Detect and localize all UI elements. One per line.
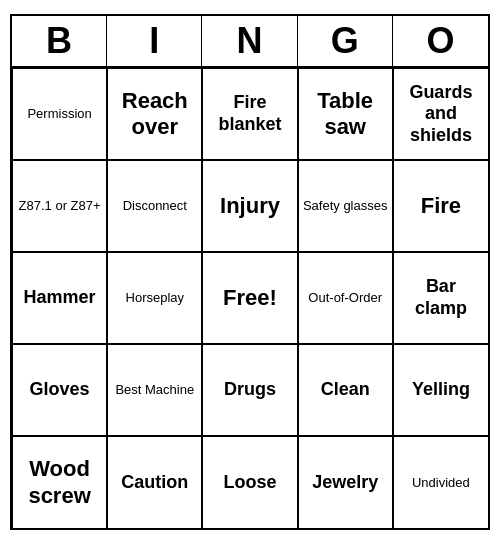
header-letter: B xyxy=(12,16,107,66)
cell-text: Guards and shields xyxy=(398,82,484,147)
bingo-cell: Out-of-Order xyxy=(298,252,393,344)
bingo-cell: Drugs xyxy=(202,344,297,436)
cell-text: Best Machine xyxy=(115,382,194,398)
cell-text: Fire xyxy=(421,193,461,219)
cell-text: Out-of-Order xyxy=(308,290,382,306)
cell-text: Horseplay xyxy=(126,290,185,306)
cell-text: Safety glasses xyxy=(303,198,388,214)
bingo-grid: PermissionReach overFire blanketTable sa… xyxy=(12,68,488,528)
bingo-cell: Fire xyxy=(393,160,488,252)
cell-text: Reach over xyxy=(112,88,197,141)
bingo-cell: Loose xyxy=(202,436,297,528)
cell-text: Table saw xyxy=(303,88,388,141)
cell-text: Free! xyxy=(223,285,277,311)
bingo-header: BINGO xyxy=(12,16,488,68)
cell-text: Fire blanket xyxy=(207,92,292,135)
cell-text: Hammer xyxy=(24,287,96,309)
cell-text: Drugs xyxy=(224,379,276,401)
bingo-cell: Yelling xyxy=(393,344,488,436)
header-letter: O xyxy=(393,16,488,66)
cell-text: Disconnect xyxy=(123,198,187,214)
header-letter: N xyxy=(202,16,297,66)
bingo-cell: Safety glasses xyxy=(298,160,393,252)
cell-text: Gloves xyxy=(30,379,90,401)
bingo-cell: Reach over xyxy=(107,68,202,160)
cell-text: Caution xyxy=(121,472,188,494)
bingo-cell: Gloves xyxy=(12,344,107,436)
cell-text: Undivided xyxy=(412,475,470,491)
bingo-cell: Fire blanket xyxy=(202,68,297,160)
cell-text: Jewelry xyxy=(312,472,378,494)
bingo-cell: Best Machine xyxy=(107,344,202,436)
cell-text: Clean xyxy=(321,379,370,401)
bingo-cell: Free! xyxy=(202,252,297,344)
bingo-cell: Table saw xyxy=(298,68,393,160)
bingo-cell: Jewelry xyxy=(298,436,393,528)
bingo-cell: Wood screw xyxy=(12,436,107,528)
bingo-cell: Permission xyxy=(12,68,107,160)
bingo-cell: Z87.1 or Z87+ xyxy=(12,160,107,252)
cell-text: Loose xyxy=(223,472,276,494)
cell-text: Permission xyxy=(27,106,91,122)
header-letter: I xyxy=(107,16,202,66)
cell-text: Z87.1 or Z87+ xyxy=(19,198,101,214)
cell-text: Yelling xyxy=(412,379,470,401)
bingo-card: BINGO PermissionReach overFire blanketTa… xyxy=(10,14,490,530)
cell-text: Injury xyxy=(220,193,280,219)
bingo-cell: Guards and shields xyxy=(393,68,488,160)
bingo-cell: Clean xyxy=(298,344,393,436)
bingo-cell: Undivided xyxy=(393,436,488,528)
bingo-cell: Hammer xyxy=(12,252,107,344)
cell-text: Bar clamp xyxy=(398,276,484,319)
bingo-cell: Caution xyxy=(107,436,202,528)
cell-text: Wood screw xyxy=(17,456,102,509)
bingo-cell: Disconnect xyxy=(107,160,202,252)
bingo-cell: Horseplay xyxy=(107,252,202,344)
bingo-cell: Bar clamp xyxy=(393,252,488,344)
header-letter: G xyxy=(298,16,393,66)
bingo-cell: Injury xyxy=(202,160,297,252)
